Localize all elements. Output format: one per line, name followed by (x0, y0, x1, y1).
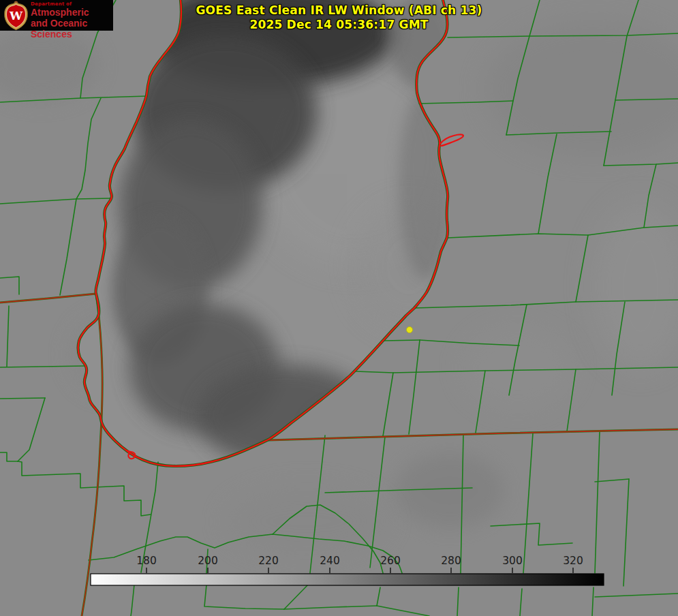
colorbar-label: 180 (136, 555, 157, 567)
colorbar-label: 300 (502, 555, 523, 567)
logo-name-line1: Atmospheric (31, 7, 113, 18)
colorbar-label: 200 (198, 555, 218, 567)
uw-aos-logo[interactable]: W Department of Atmospheric and Oceanic … (0, 0, 113, 31)
logo-dept-label: Department of (31, 1, 113, 7)
uw-aos-logo-text: Department of Atmospheric and Oceanic Sc… (31, 1, 113, 40)
logo-name-line2: and Oceanic Sciences (31, 18, 113, 40)
map-canvas[interactable] (0, 0, 678, 616)
satellite-product-page: GOES East Clean IR LW Window (ABI ch 13)… (0, 0, 678, 616)
uw-crest-icon: W (3, 1, 29, 31)
colorbar-label: 240 (320, 555, 340, 567)
colorbar-label: 280 (441, 555, 461, 567)
colorbar-label: 320 (563, 555, 583, 567)
station-marker (407, 327, 413, 333)
svg-text:W: W (9, 9, 23, 22)
colorbar-gradient (91, 574, 604, 585)
colorbar-label: 260 (380, 555, 401, 567)
colorbar-label: 220 (258, 555, 279, 567)
